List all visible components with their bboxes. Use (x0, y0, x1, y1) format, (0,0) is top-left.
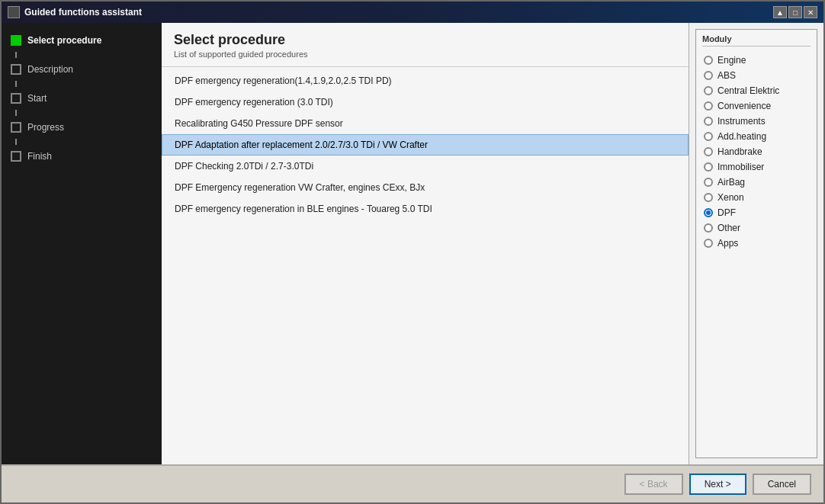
sidebar-connector-1 (15, 52, 17, 58)
sidebar-item-description[interactable]: Description (2, 59, 162, 79)
radio-apps (704, 239, 713, 248)
sidebar-item-progress[interactable]: Progress (2, 117, 162, 137)
title-bar: Guided functions assistant ▲ □ ✕ (2, 2, 823, 23)
module-label-xenon: Xenon (717, 192, 744, 203)
module-label-engine: Engine (717, 55, 746, 66)
page-subtitle: List of supported guided procedures (174, 50, 676, 59)
module-panel-title: Moduly (702, 34, 811, 47)
sidebar-label-finish: Finish (27, 151, 52, 162)
sidebar-label-description: Description (27, 64, 73, 75)
procedure-item[interactable]: DPF Checking 2.0TDi / 2.7-3.0TDi (162, 156, 689, 177)
sidebar-label-select-procedure: Select procedure (27, 35, 101, 46)
module-label-airbag: AirBag (717, 177, 745, 188)
sidebar-item-select-procedure[interactable]: Select procedure (2, 30, 162, 50)
module-option-abs[interactable]: ABS (702, 68, 811, 83)
module-option-other[interactable]: Other (702, 220, 811, 236)
module-option-xenon[interactable]: Xenon (702, 190, 811, 205)
radio-engine (704, 56, 713, 65)
radio-airbag (704, 178, 713, 187)
sidebar-label-start: Start (27, 93, 47, 104)
main-window: Guided functions assistant ▲ □ ✕ Select … (0, 0, 825, 504)
radio-immobiliser (704, 162, 713, 172)
module-panel: Moduly EngineABSCentral ElektricConvenie… (695, 29, 817, 458)
module-label-central-elektric: Central Elektric (717, 85, 779, 96)
procedure-item[interactable]: DPF Adaptation after replacement 2.0/2.7… (162, 134, 689, 156)
module-label-apps: Apps (717, 238, 738, 249)
module-option-airbag[interactable]: AirBag (702, 175, 811, 190)
radio-central-elektric (704, 86, 713, 95)
step-indicator-finish (11, 151, 21, 162)
module-option-apps[interactable]: Apps (702, 236, 811, 251)
module-option-central-elektric[interactable]: Central Elektric (702, 83, 811, 98)
window-title: Guided functions assistant (24, 7, 142, 18)
step-indicator-start (11, 93, 21, 104)
module-label-add-heating: Add.heating (717, 131, 766, 142)
main-content: Select procedure List of supported guide… (162, 23, 689, 464)
module-option-instruments[interactable]: Instruments (702, 114, 811, 129)
close-button[interactable]: ✕ (804, 6, 817, 18)
procedure-item[interactable]: DPF emergency regeneration(1.4,1.9,2.0,2… (162, 70, 689, 91)
sidebar-connector-2 (15, 81, 17, 87)
sidebar: Select procedure Description Start Progr… (2, 23, 162, 464)
radio-add-heating (704, 132, 713, 141)
module-option-handbrake[interactable]: Handbrake (702, 144, 811, 159)
module-option-add-heating[interactable]: Add.heating (702, 129, 811, 144)
module-option-convenience[interactable]: Convenience (702, 98, 811, 114)
module-label-other: Other (717, 223, 740, 233)
radio-handbrake (704, 147, 713, 156)
main-header: Select procedure List of supported guide… (162, 23, 689, 67)
page-title: Select procedure (174, 32, 676, 48)
procedure-item[interactable]: DPF Emergency regeneration VW Crafter, e… (162, 177, 689, 198)
module-label-dpf: DPF (717, 207, 736, 218)
module-label-handbrake: Handbrake (717, 146, 762, 157)
sidebar-item-start[interactable]: Start (2, 88, 162, 108)
step-indicator-progress (11, 122, 21, 133)
content-area: Select procedure Description Start Progr… (2, 23, 823, 464)
module-option-engine[interactable]: Engine (702, 53, 811, 68)
step-indicator-description (11, 64, 21, 75)
title-bar-controls: ▲ □ ✕ (773, 6, 817, 18)
cancel-button[interactable]: Cancel (753, 474, 811, 495)
tool-icon (8, 6, 20, 18)
radio-other (704, 223, 713, 233)
sidebar-connector-3 (15, 110, 17, 116)
bottom-bar: < Back Next > Cancel (2, 464, 823, 502)
radio-dpf (704, 208, 713, 217)
restore-button[interactable]: □ (788, 6, 802, 18)
radio-convenience (704, 101, 713, 111)
procedure-item[interactable]: DPF emergency regeneration in BLE engine… (162, 198, 689, 220)
radio-abs (704, 71, 713, 80)
next-button[interactable]: Next > (689, 474, 746, 495)
sidebar-item-finish[interactable]: Finish (2, 146, 162, 166)
procedure-item[interactable]: Recalibrating G450 Pressure DPF sensor (162, 113, 689, 134)
procedure-item[interactable]: DPF emergency regeneration (3.0 TDI) (162, 91, 689, 113)
module-option-immobiliser[interactable]: Immobiliser (702, 159, 811, 175)
radio-instruments (704, 117, 713, 126)
module-label-immobiliser: Immobiliser (717, 162, 764, 172)
back-button[interactable]: < Back (624, 474, 683, 495)
module-option-dpf[interactable]: DPF (702, 205, 811, 220)
procedure-list: DPF emergency regeneration(1.4,1.9,2.0,2… (162, 67, 689, 464)
module-label-convenience: Convenience (717, 101, 771, 111)
sidebar-connector-4 (15, 139, 17, 145)
minimize-button[interactable]: ▲ (773, 6, 787, 18)
sidebar-label-progress: Progress (27, 122, 64, 133)
module-label-abs: ABS (717, 70, 736, 81)
module-label-instruments: Instruments (717, 116, 766, 127)
step-indicator-select-procedure (11, 35, 21, 46)
radio-xenon (704, 193, 713, 202)
title-bar-left: Guided functions assistant (8, 6, 142, 18)
